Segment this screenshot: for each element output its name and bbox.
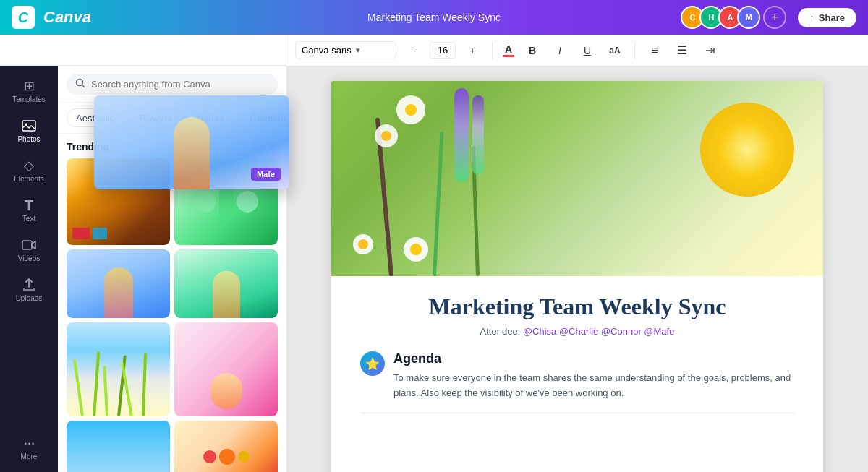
sidebar-item-text[interactable]: T Text <box>6 192 52 228</box>
avatar-4: M <box>737 6 760 29</box>
templates-icon: ⊞ <box>21 78 37 94</box>
photo-item-woman-2[interactable] <box>174 249 278 318</box>
toolbar-separator-2 <box>634 42 635 59</box>
bold-button[interactable]: B <box>522 40 543 61</box>
toolbar-left-spacer <box>0 35 286 66</box>
photo-grid-row-4 <box>67 421 278 472</box>
toolbar-row: Canva sans ▼ − + A B I U aA ≡ ☰ ⇥ <box>0 35 868 66</box>
photo-item-woman-1[interactable] <box>67 249 170 318</box>
photo-grid-row-3 <box>67 322 278 416</box>
canvas-area: Marketing Team Weekly Sync Attendee: @Ch… <box>286 66 868 472</box>
text-icon: T <box>21 197 37 213</box>
share-button[interactable]: ↑ Share <box>798 8 856 27</box>
document-title: Marketing Team Weekly Sync <box>367 12 501 23</box>
elements-icon: ◇ <box>21 158 37 173</box>
agenda-title: Agenda <box>393 351 794 366</box>
align-left-button[interactable]: ≡ <box>644 40 665 61</box>
underline-button[interactable]: U <box>576 40 598 61</box>
mafe-badge: Mafe <box>251 168 281 181</box>
font-size-decrease-button[interactable]: − <box>402 40 424 61</box>
toolbar: Canva sans ▼ − + A B I U aA ≡ ☰ ⇥ <box>286 35 868 66</box>
more-icon: ··· <box>21 435 37 451</box>
font-family-select[interactable]: Canva sans ▼ <box>295 41 396 59</box>
photo-item-food-2[interactable] <box>174 421 278 472</box>
indent-button[interactable]: ⇥ <box>699 40 720 61</box>
font-size-increase-button[interactable]: + <box>461 40 483 61</box>
agenda-body: To make sure everyone in the team shares… <box>393 371 794 401</box>
avatar-group: C H A M + <box>681 6 786 29</box>
align-list-button[interactable]: ☰ <box>671 40 693 61</box>
font-color-bar <box>503 55 514 57</box>
share-icon: ↑ <box>809 12 814 23</box>
photo-item-grass[interactable] <box>67 322 170 416</box>
text-case-button[interactable]: aA <box>604 40 626 61</box>
canva-logo-text: Canva <box>43 8 91 27</box>
document-title-text: Marketing Team Weekly Sync <box>360 293 794 320</box>
section-divider <box>360 413 794 413</box>
italic-button[interactable]: I <box>549 40 571 61</box>
font-color-button[interactable]: A <box>501 42 516 59</box>
canva-logo-icon: C <box>12 6 35 29</box>
sidebar-item-more[interactable]: ··· More <box>6 429 52 466</box>
header-right: C H A M + ↑ Share <box>681 6 856 29</box>
canvas-document: Marketing Team Weekly Sync Attendee: @Ch… <box>331 81 823 472</box>
sidebar: ⊞ Templates Photos ◇ Elements T Text <box>0 66 58 472</box>
photo-grid-row-2 <box>67 249 278 318</box>
svg-rect-2 <box>22 241 32 249</box>
agenda-section: ⭐ Agenda To make sure everyone in the te… <box>360 351 794 401</box>
photo-item-yoga[interactable] <box>174 322 278 416</box>
search-input-wrap <box>67 74 278 95</box>
photo-item-sky[interactable] <box>67 421 170 472</box>
sidebar-item-photos[interactable]: Photos <box>6 112 52 149</box>
document-attendee-line: Attendee: @Chisa @Charlie @Connor @Mafe <box>360 326 794 337</box>
chevron-down-icon: ▼ <box>354 46 362 54</box>
sidebar-item-uploads[interactable]: Uploads <box>6 271 52 308</box>
top-header: C Canva Marketing Team Weekly Sync C H A… <box>0 0 868 35</box>
agenda-icon: ⭐ <box>360 351 385 376</box>
sidebar-item-elements[interactable]: ◇ Elements <box>6 152 52 189</box>
font-size-input[interactable] <box>430 42 456 59</box>
photos-icon <box>21 118 37 134</box>
sidebar-item-templates[interactable]: ⊞ Templates <box>6 72 52 109</box>
sidebar-item-videos[interactable]: Videos <box>6 231 52 268</box>
drag-overlay-photo[interactable]: Mafe <box>94 95 289 189</box>
search-icon <box>75 78 85 90</box>
document-header-image <box>331 81 823 276</box>
add-collaborator-button[interactable]: + <box>763 6 786 29</box>
uploads-icon <box>21 277 37 293</box>
main-layout: ⊞ Templates Photos ◇ Elements T Text <box>0 66 868 472</box>
videos-icon <box>21 237 37 253</box>
agenda-content: Agenda To make sure everyone in the team… <box>393 351 794 401</box>
search-input[interactable] <box>91 79 269 90</box>
toolbar-separator-1 <box>492 42 493 59</box>
document-content: Marketing Team Weekly Sync Attendee: @Ch… <box>331 276 823 437</box>
